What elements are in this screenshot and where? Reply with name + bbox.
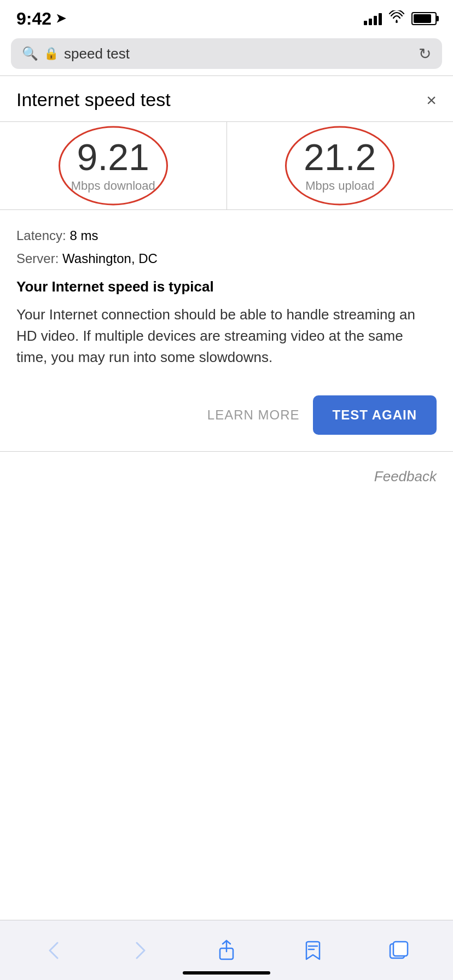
result-heading: Your Internet speed is typical <box>16 278 437 295</box>
wifi-icon <box>388 10 405 27</box>
result-description: Your Internet connection should be able … <box>16 304 437 368</box>
signal-bars-icon <box>364 12 382 25</box>
download-box: 9.21 Mbps download <box>0 122 227 209</box>
search-query: speed test <box>64 45 130 62</box>
action-buttons: LEARN MORE TEST AGAIN <box>0 395 453 451</box>
status-bar: 9:42 ➤ <box>0 0 453 33</box>
download-label: Mbps download <box>71 179 155 193</box>
upload-value: 21.2 <box>304 138 376 176</box>
back-button[interactable] <box>32 934 76 967</box>
server-label: Server: <box>16 251 62 266</box>
battery-icon <box>411 12 437 25</box>
close-button[interactable]: × <box>426 91 437 109</box>
refresh-icon[interactable]: ↻ <box>419 45 431 63</box>
svg-point-0 <box>396 21 398 23</box>
status-icons <box>364 10 437 27</box>
bookmarks-button[interactable] <box>291 934 335 967</box>
status-time: 9:42 ➤ <box>16 9 66 29</box>
time-display: 9:42 <box>16 9 51 29</box>
server-row: Server: Washington, DC <box>16 249 437 268</box>
server-value: Washington, DC <box>62 251 158 266</box>
svg-rect-5 <box>393 942 408 956</box>
forward-button[interactable] <box>118 934 162 967</box>
upload-label: Mbps upload <box>305 179 374 193</box>
feedback-section: Feedback <box>0 452 453 501</box>
search-bar-container: 🔍 🔒 speed test ↻ <box>0 33 453 75</box>
latency-label: Latency: <box>16 228 69 243</box>
location-icon: ➤ <box>56 11 66 26</box>
details-section: Latency: 8 ms Server: Washington, DC You… <box>0 210 453 395</box>
card-header: Internet speed test × <box>0 76 453 122</box>
tabs-button[interactable] <box>377 934 421 967</box>
upload-box: 21.2 Mbps upload <box>227 122 454 209</box>
lock-icon: 🔒 <box>44 46 59 61</box>
feedback-link[interactable]: Feedback <box>374 468 437 485</box>
card-title: Internet speed test <box>16 89 171 110</box>
speed-test-card: Internet speed test × 9.21 Mbps download… <box>0 76 453 451</box>
learn-more-button[interactable]: LEARN MORE <box>207 407 300 423</box>
share-button[interactable] <box>205 934 248 967</box>
search-bar[interactable]: 🔍 🔒 speed test ↻ <box>11 38 442 69</box>
download-value: 9.21 <box>77 138 149 176</box>
search-icon: 🔍 <box>22 46 38 61</box>
latency-row: Latency: 8 ms <box>16 226 437 245</box>
home-indicator <box>183 971 270 975</box>
speed-results: 9.21 Mbps download 21.2 Mbps upload <box>0 122 453 210</box>
test-again-button[interactable]: TEST AGAIN <box>313 395 437 435</box>
latency-value: 8 ms <box>69 228 98 243</box>
